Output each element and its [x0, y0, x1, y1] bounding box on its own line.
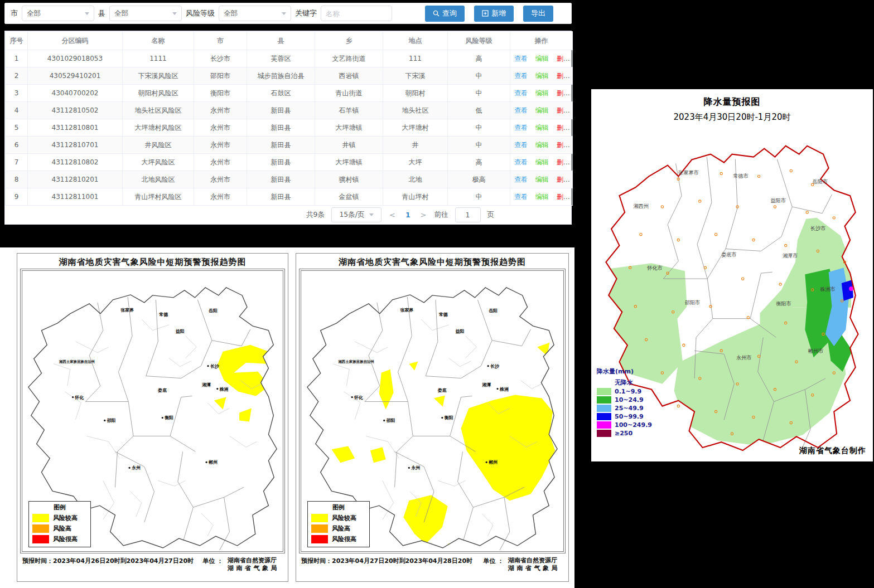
map-credit: 湖南省气象台制作 [799, 446, 866, 456]
city-label: 湘潭 [201, 382, 211, 387]
city-label: 长沙 [490, 364, 500, 369]
edit-link[interactable]: 编辑 [535, 193, 549, 201]
view-link[interactable]: 查看 [514, 141, 528, 149]
col-county: 县 [247, 32, 315, 50]
legend-row: 10~24.9 [597, 396, 652, 404]
plus-icon [482, 10, 489, 17]
legend-label: 风险高 [332, 524, 350, 533]
cell-seq: 2 [6, 67, 28, 85]
risk-select-value: 全部 [224, 9, 238, 18]
city-label: 怀化 [75, 395, 84, 400]
prev-page-button[interactable]: < [388, 211, 397, 219]
legend-swatch [597, 421, 611, 429]
map-caption: 预报时间：2023年04月27日20时到2023年04月28日20时 单位 ： … [299, 553, 566, 573]
cell-seq: 6 [6, 137, 28, 154]
cell-name: 大坪塘村风险区 [123, 119, 194, 137]
view-link[interactable]: 查看 [514, 158, 528, 166]
delete-link[interactable]: 删除 [557, 89, 570, 97]
cell-code: 43112810201 [28, 171, 123, 188]
edit-link[interactable]: 编辑 [535, 158, 549, 166]
edit-link[interactable]: 编辑 [535, 89, 549, 97]
risk-map-frame: 湘西土家族苗族自治州 张家界 常德 岳阳 益阳 长沙 怀化 娄底 湘潭 株洲 邵… [299, 269, 566, 553]
city-label: 衡阳市 [776, 300, 791, 307]
delete-link[interactable]: 删除 [557, 106, 570, 114]
edit-link[interactable]: 编辑 [535, 141, 549, 149]
cell-town: 井镇 [315, 137, 383, 154]
goto-page-input[interactable] [455, 207, 481, 222]
current-page[interactable]: 1 [403, 211, 413, 219]
cell-name: 地头社区风险区 [123, 102, 194, 119]
view-link[interactable]: 查看 [514, 72, 528, 80]
cell-actions: 查看 编辑 删除 [510, 50, 573, 67]
delete-link[interactable]: 删除 [557, 141, 570, 149]
delete-link[interactable]: 删除 [557, 158, 570, 166]
keyword-input[interactable] [321, 6, 392, 21]
map-caption: 预报时间：2023年04月26日20时到2023年04月27日20时 单位 ： … [20, 553, 285, 573]
risk-trend-maps-panel: 湖南省地质灾害气象风险中短期预警预报趋势图 湘西土家族苗族自治州 张家界 常德 … [0, 247, 574, 588]
query-button[interactable]: 查询 [425, 6, 465, 22]
city-select[interactable]: 全部 [22, 6, 94, 21]
view-link[interactable]: 查看 [514, 176, 528, 183]
cell-county: 城步苗族自治县 [247, 67, 315, 85]
legend-swatch [597, 388, 611, 395]
city-label: 衡阳 [164, 415, 173, 420]
view-link[interactable]: 查看 [514, 106, 528, 114]
cell-city: 长沙市 [194, 50, 247, 67]
risk-select[interactable]: 全部 [219, 6, 291, 21]
cell-actions: 查看 编辑 删除 [510, 85, 573, 102]
legend-row: 无降水 [597, 378, 652, 387]
view-link[interactable]: 查看 [514, 193, 528, 201]
edit-link[interactable]: 编辑 [535, 176, 549, 183]
legend-row: 风险高 [32, 524, 87, 533]
cell-town: 大坪塘镇 [315, 119, 383, 137]
add-button[interactable]: 新增 [474, 6, 514, 22]
edit-link[interactable]: 编辑 [535, 72, 549, 80]
total-count: 共9条 [306, 210, 325, 220]
risk-filter-label: 风险等级 [186, 8, 215, 18]
view-link[interactable]: 查看 [514, 89, 528, 97]
pagination: 共9条 15条/页 < 1 > 前往 页 [5, 206, 571, 224]
city-label: 湘西土家族苗族自治州 [337, 359, 374, 364]
legend-label: 风险较高 [53, 514, 78, 522]
delete-link[interactable]: 删除 [557, 176, 570, 183]
city-label: 株洲 [499, 387, 509, 392]
legend-swatch [597, 430, 611, 437]
page-size-select[interactable]: 15条/页 [331, 207, 382, 222]
delete-link[interactable]: 删除 [557, 124, 570, 132]
legend-row: 风险很高 [32, 535, 87, 543]
city-label: 益阳 [455, 329, 465, 334]
next-page-button[interactable]: > [419, 211, 428, 219]
county-select[interactable]: 全部 [109, 6, 182, 21]
table-header-row: 序号 分区编码 名称 市 县 乡 地点 风险等级 操作 [6, 32, 573, 50]
city-label: 湘西土家族苗族自治州 [59, 359, 95, 364]
edit-link[interactable]: 编辑 [535, 106, 549, 114]
cell-county: 新田县 [247, 102, 315, 119]
city-labels: 湘西土家族苗族自治州 张家界 常德 岳阳 益阳 长沙 怀化 娄底 湘潭 株洲 邵… [59, 308, 229, 471]
unit-line-1: 湖南省自然资源厅 [508, 557, 560, 565]
legend-label: 风险很高 [332, 535, 356, 543]
cell-risk: 极高 [448, 171, 510, 188]
view-link[interactable]: 查看 [514, 124, 528, 132]
edit-link[interactable]: 编辑 [535, 55, 549, 62]
unit-line-2: 湖南省气象局 [508, 565, 560, 572]
edit-link[interactable]: 编辑 [535, 124, 549, 132]
delete-link[interactable]: 删除 [557, 72, 570, 80]
city-label: 张家界 [400, 308, 413, 313]
city-label: 永州 [131, 465, 141, 470]
legend-items: 风险较高 风险高 风险很高 [32, 514, 87, 543]
legend-row: 50~99.9 [597, 413, 652, 420]
risk-zone-table-card: 序号 分区编码 名称 市 县 乡 地点 风险等级 操作 1 4301029018… [4, 31, 572, 225]
view-link[interactable]: 查看 [514, 55, 528, 62]
risk-map-title: 湖南省地质灾害气象风险中短期预警预报趋势图 [299, 256, 566, 269]
cell-actions: 查看 编辑 删除 [510, 67, 573, 85]
export-button[interactable]: 导出 [523, 6, 553, 22]
city-label: 永州 [411, 465, 420, 470]
legend-swatch [32, 514, 49, 522]
delete-link[interactable]: 删除 [557, 193, 570, 201]
cell-city: 永州市 [194, 119, 247, 137]
city-label: 岳阳 [488, 308, 498, 313]
city-label: 岳阳市 [812, 178, 828, 184]
city-label: 邵阳 [107, 418, 116, 423]
cell-risk: 中 [448, 188, 510, 206]
delete-link[interactable]: 删除 [557, 55, 570, 62]
